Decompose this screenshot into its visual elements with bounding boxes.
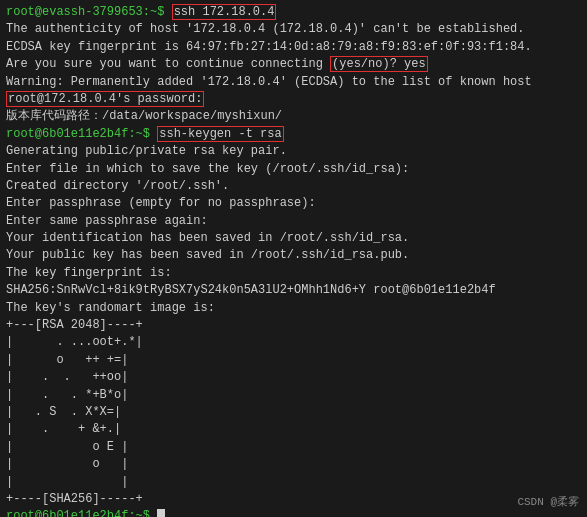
yes-no-highlight: (yes/no)? yes [330,56,428,72]
line-28: | | [6,474,581,491]
line-18: The key's randomart image is: [6,300,581,317]
password-prompt-box: root@172.18.0.4's password: [6,91,204,107]
line-11: Created directory '/root/.ssh'. [6,178,581,195]
cursor [157,509,165,517]
line-7: 版本库代码路径：/data/workspace/myshixun/ [6,108,581,125]
watermark: CSDN @柔雾 [517,494,579,509]
line-1: root@evassh-3799653:~$ ssh 172.18.0.4 [6,4,581,21]
prompt-30: root@6b01e11e2b4f:~$ [6,509,150,517]
line-5: Warning: Permanently added '172.18.0.4' … [6,74,581,91]
line-21: | o ++ +=| [6,352,581,369]
line-24: | . S . X*X=| [6,404,581,421]
line-4: Are you sure you want to continue connec… [6,56,581,73]
cmd-highlight-1: ssh 172.18.0.4 [172,4,277,20]
line-20: | . ...oot+.*| [6,334,581,351]
line-16: The key fingerprint is: [6,265,581,282]
line-26: | o E | [6,439,581,456]
line-25: | . + &+.| [6,421,581,438]
line-29: +----[SHA256]-----+ [6,491,581,508]
line-14: Your identification has been saved in /r… [6,230,581,247]
prompt-1: root@evassh-3799653:~$ [6,5,164,19]
line-2: The authenticity of host '172.18.0.4 (17… [6,21,581,38]
cmd-highlight-8: ssh-keygen -t rsa [157,126,283,142]
line-13: Enter same passphrase again: [6,213,581,230]
terminal: root@evassh-3799653:~$ ssh 172.18.0.4 Th… [0,0,587,517]
line-17: SHA256:SnRwVcl+8ik9tRyBSX7yS24k0n5A3lU2+… [6,282,581,299]
line-15: Your public key has been saved in /root/… [6,247,581,264]
line-22: | . . ++oo| [6,369,581,386]
line-30: root@6b01e11e2b4f:~$ [6,508,581,517]
line-9: Generating public/private rsa key pair. [6,143,581,160]
prompt-8: root@6b01e11e2b4f:~$ [6,127,150,141]
line-8: root@6b01e11e2b4f:~$ ssh-keygen -t rsa [6,126,581,143]
line-6: root@172.18.0.4's password: [6,91,581,108]
line-12: Enter passphrase (empty for no passphras… [6,195,581,212]
line-19: +---[RSA 2048]----+ [6,317,581,334]
line-10: Enter file in which to save the key (/ro… [6,161,581,178]
line-3: ECDSA key fingerprint is 64:97:fb:27:14:… [6,39,581,56]
line-27: | o | [6,456,581,473]
line-23: | . . *+B*o| [6,387,581,404]
